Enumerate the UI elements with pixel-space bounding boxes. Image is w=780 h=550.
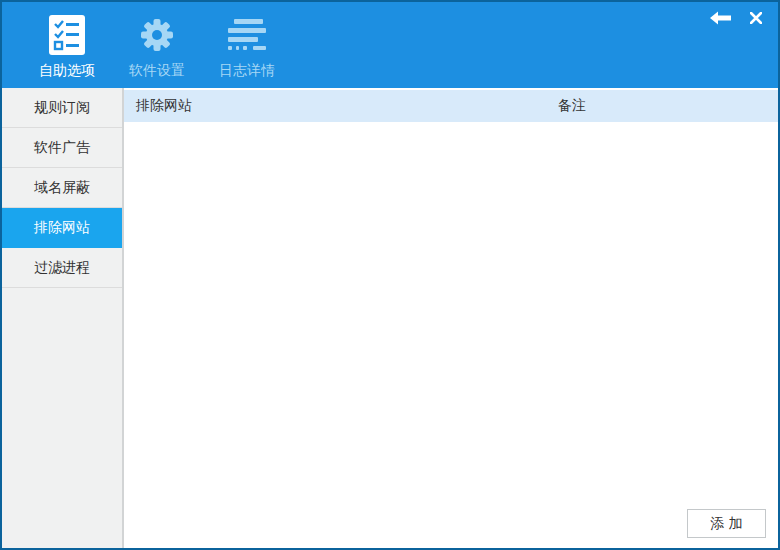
- checklist-icon: [49, 12, 85, 58]
- sidebar-item-domain-block[interactable]: 域名屏蔽: [2, 168, 122, 208]
- column-header-excluded-site: 排除网站: [124, 97, 558, 115]
- tab-software-settings-label: 软件设置: [129, 62, 185, 78]
- sidebar: 规则订阅 软件广告 域名屏蔽 排除网站 过滤进程: [2, 88, 124, 548]
- sidebar-item-filter-processes[interactable]: 过滤进程: [2, 248, 122, 288]
- log-icon: [228, 12, 266, 58]
- titlebar-controls: [708, 9, 764, 27]
- close-button[interactable]: [748, 10, 764, 26]
- close-icon: [750, 12, 762, 24]
- app-window: 自助选项 软件设置: [0, 0, 780, 550]
- tab-self-options[interactable]: 自助选项: [22, 2, 112, 88]
- gear-icon: [140, 12, 174, 58]
- sidebar-item-software-ads[interactable]: 软件广告: [2, 128, 122, 168]
- header: 自助选项 软件设置: [2, 2, 778, 88]
- back-button[interactable]: [708, 9, 734, 27]
- left-arrow-icon: [710, 11, 732, 25]
- sidebar-item-excluded-sites[interactable]: 排除网站: [2, 208, 122, 248]
- table-header: 排除网站 备注: [124, 90, 778, 122]
- add-button[interactable]: 添 加: [687, 509, 766, 538]
- table-body: [124, 122, 778, 548]
- tab-log-details-label: 日志详情: [219, 62, 275, 78]
- sidebar-item-rule-subscription[interactable]: 规则订阅: [2, 88, 122, 128]
- column-header-remark: 备注: [558, 97, 778, 115]
- header-tabs: 自助选项 软件设置: [22, 2, 292, 88]
- window-body: 规则订阅 软件广告 域名屏蔽 排除网站 过滤进程 排除网站 备注 添 加: [2, 88, 778, 548]
- tab-software-settings[interactable]: 软件设置: [112, 2, 202, 88]
- tab-self-options-label: 自助选项: [39, 62, 95, 78]
- main-panel: 排除网站 备注 添 加: [124, 88, 778, 548]
- tab-log-details[interactable]: 日志详情: [202, 2, 292, 88]
